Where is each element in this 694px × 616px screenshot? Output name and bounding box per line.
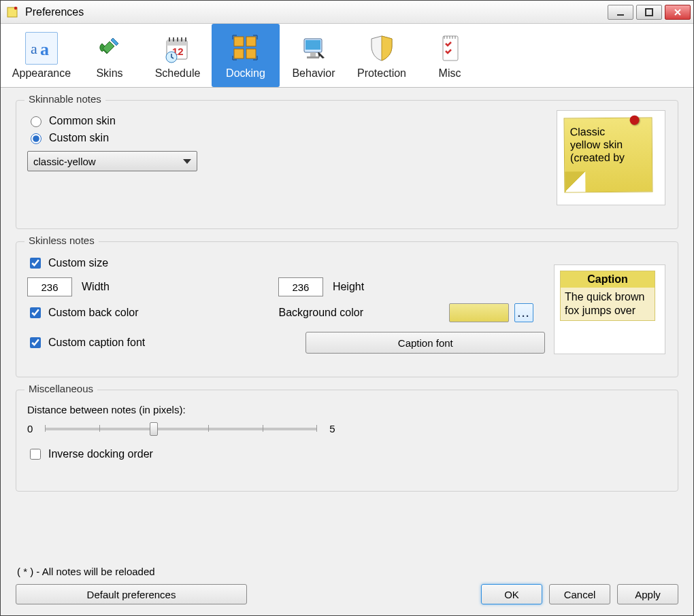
close-button[interactable]	[665, 5, 691, 20]
button-label: Cancel	[564, 589, 596, 600]
skin-combo[interactable]: classic-yellow	[27, 151, 197, 171]
skin-combo-value: classic-yellow	[33, 156, 96, 167]
fold-icon	[565, 171, 585, 192]
minimize-button[interactable]	[608, 5, 633, 20]
tab-label: Skins	[96, 67, 122, 80]
caption-font-button-label: Caption font	[398, 337, 453, 349]
tab-skins[interactable]: Skins	[76, 24, 144, 87]
svg-rect-16	[310, 52, 316, 56]
chevron-down-icon	[183, 159, 191, 164]
apply-button[interactable]: Apply	[617, 584, 678, 604]
caption-font-button[interactable]: Caption font	[305, 332, 545, 354]
chk-custom-backcolor[interactable]	[30, 307, 41, 318]
ok-button[interactable]: OK	[481, 584, 542, 604]
body: Skinnable notes Common skin Custom skin …	[1, 88, 693, 556]
chk-inverse-docking-label: Inverse docking order	[48, 448, 153, 460]
chk-custom-size[interactable]	[30, 258, 41, 269]
radio-common-skin[interactable]	[31, 116, 42, 127]
button-label: OK	[504, 589, 519, 600]
preview-caption: Caption	[561, 271, 655, 288]
preview-line: (created by	[570, 152, 625, 164]
button-label: Apply	[635, 589, 661, 600]
chk-custom-caption-font-label: Custom caption font	[48, 337, 145, 349]
svg-rect-17	[307, 56, 319, 58]
slider-thumb[interactable]	[150, 422, 158, 436]
docking-icon	[229, 32, 262, 65]
footer: ( * ) - All notes will be reloaded Defau…	[1, 556, 693, 615]
preview-line: yellow skin	[570, 139, 623, 151]
tab-label: Protection	[357, 67, 406, 80]
svg-rect-3	[646, 9, 652, 16]
maximize-button[interactable]	[636, 5, 662, 20]
svg-rect-2	[617, 14, 624, 16]
tab-label: Docking	[226, 67, 265, 80]
distance-slider[interactable]	[45, 420, 317, 437]
skinless-preview: Caption The quick brown fox jumps over	[554, 264, 665, 354]
height-input[interactable]	[278, 277, 323, 296]
bgcolor-swatch	[449, 303, 509, 322]
chk-custom-caption-font[interactable]	[30, 337, 41, 348]
svg-rect-10	[234, 37, 244, 46]
svg-rect-11	[246, 37, 256, 46]
group-title: Miscellaneous	[24, 383, 97, 394]
app-icon	[6, 5, 20, 19]
tab-schedule[interactable]: 12 Schedule	[144, 24, 212, 87]
chk-inverse-docking[interactable]	[30, 449, 41, 460]
svg-point-1	[14, 6, 17, 9]
slider-max: 5	[329, 423, 335, 434]
preview-line: Classic	[570, 126, 606, 137]
behavior-icon	[297, 32, 330, 65]
slider-min: 0	[27, 423, 33, 434]
sticky-note-preview: Classic yellow skin (created by	[564, 117, 653, 192]
radio-custom-label: Custom skin	[49, 132, 109, 144]
pin-icon	[629, 116, 639, 125]
window-title: Preferences	[25, 6, 608, 18]
group-title: Skinless notes	[24, 235, 99, 246]
height-label: Height	[333, 281, 364, 293]
skins-icon	[93, 32, 126, 65]
tab-label: Schedule	[155, 67, 201, 80]
titlebar: Preferences	[1, 1, 693, 24]
svg-rect-18	[443, 36, 458, 61]
tab-docking[interactable]: Docking	[212, 24, 280, 87]
group-misc: Miscellaneous Distance between notes (in…	[16, 390, 678, 492]
chk-custom-backcolor-label: Custom back color	[48, 307, 139, 319]
protection-icon	[365, 32, 398, 65]
width-input[interactable]	[27, 277, 72, 296]
button-label: Default preferences	[87, 589, 176, 600]
svg-rect-12	[234, 49, 244, 58]
group-skinnable: Skinnable notes Common skin Custom skin …	[16, 100, 678, 229]
svg-rect-13	[246, 49, 256, 58]
svg-text:a: a	[31, 40, 37, 57]
bgcolor-picker-button[interactable]: ...	[514, 303, 533, 322]
svg-text:a: a	[40, 39, 49, 59]
misc-icon	[433, 32, 466, 65]
appearance-icon: aa	[25, 32, 58, 65]
tab-appearance[interactable]: aa Appearance	[7, 24, 76, 87]
chk-custom-size-label: Custom size	[48, 257, 108, 269]
distance-label: Distance between notes (in pixels):	[27, 404, 667, 415]
bgcolor-label: Background color	[279, 307, 364, 319]
tab-protection[interactable]: Protection	[348, 24, 416, 87]
cancel-button[interactable]: Cancel	[549, 584, 610, 604]
tab-label: Behavior	[292, 67, 335, 80]
tab-behavior[interactable]: Behavior	[280, 24, 348, 87]
skin-preview: Classic yellow skin (created by	[557, 110, 665, 205]
group-skinless: Skinless notes Custom size Width Height …	[16, 241, 678, 377]
schedule-icon: 12	[161, 32, 194, 65]
svg-rect-15	[305, 40, 320, 50]
tab-toolbar: aa Appearance Skins 12 Schedule Docking	[1, 24, 693, 88]
group-title: Skinnable notes	[24, 93, 105, 105]
radio-custom-skin[interactable]	[31, 133, 42, 144]
preview-text: The quick brown fox jumps over	[561, 288, 655, 320]
preferences-window: Preferences aa Appearance Skins 12 Sched…	[0, 0, 694, 616]
tab-label: Appearance	[12, 67, 71, 80]
window-controls	[608, 5, 691, 20]
width-label: Width	[82, 281, 110, 293]
tab-misc[interactable]: Misc	[416, 24, 484, 87]
tab-label: Misc	[439, 67, 461, 80]
default-preferences-button[interactable]: Default preferences	[16, 584, 247, 604]
footer-note: ( * ) - All notes will be reloaded	[17, 566, 677, 577]
radio-common-label: Common skin	[49, 115, 116, 127]
